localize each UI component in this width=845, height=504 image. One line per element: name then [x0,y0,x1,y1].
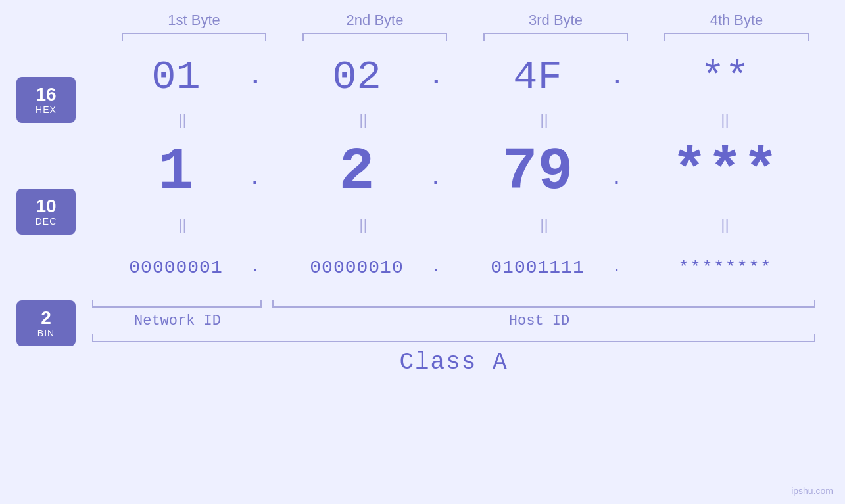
hex-data-row: 01 . 02 . 4F . ** [92,47,815,106]
equals-2-1: || [104,216,262,234]
bin-value-4: ******** [646,258,804,278]
equals-2-3: || [466,216,623,234]
network-id-bracket [92,300,262,308]
host-id-bracket [272,300,815,308]
dec-badge-num: 10 [36,196,56,217]
hex-badge-num: 16 [36,85,56,105]
dec-badge: 10 DEC [16,189,76,235]
hex-badge: 16 HEX [16,77,76,123]
hex-cell-4: ** [646,54,804,101]
bin-dot-1: . [249,260,262,276]
bin-value-1: 00000001 [104,258,249,278]
class-label: Class A [399,349,508,376]
id-brackets-row [92,300,815,308]
equals-2-2: || [285,216,443,234]
dec-badge-label: DEC [36,216,57,227]
bin-cell-4: ******** [646,258,804,278]
bin-data-row: 00000001 . 00000010 . 01001111 . *******… [92,238,815,297]
bracket-gap [262,300,272,308]
hex-dot-1: . [249,64,262,91]
bracket-2 [302,33,447,41]
dec-cell-1: 1 . [104,139,262,206]
dec-dot-3: . [610,169,623,189]
dec-data-row: 1 . 2 . 79 . *** [92,133,815,212]
dec-dot-1: . [249,169,262,189]
bin-badge-num: 2 [41,308,51,329]
bin-value-3: 01001111 [466,258,610,278]
network-id-section: Network ID [92,313,263,329]
equals-1-3: || [466,110,623,129]
dec-value-4: *** [646,139,804,206]
equals-row-1: || || || || [92,106,815,133]
bracket-3 [483,33,628,41]
bin-cell-1: 00000001 . [104,258,262,278]
labels-column: 16 HEX 10 DEC 2 BIN [0,47,92,376]
dec-cell-2: 2 . [285,139,443,206]
dec-dot-2: . [429,169,443,189]
byte-header-2: 2nd Byte [296,12,454,29]
network-id-label: Network ID [134,313,221,329]
dec-value-3: 79 [466,139,610,206]
dec-value-2: 2 [285,139,429,206]
data-rows-area: 01 . 02 . 4F . ** || || || [92,47,845,376]
hex-cell-1: 01 . [104,54,262,101]
byte-header-4: 4th Byte [658,12,815,29]
byte-header-1: 1st Byte [115,12,273,29]
bin-dot-3: . [610,260,623,276]
equals-2-4: || [646,216,804,234]
dec-cell-3: 79 . [466,139,623,206]
watermark: ipshu.com [791,486,833,496]
hex-value-3: 4F [466,54,610,101]
full-bottom-bracket [92,334,815,342]
hex-value-1: 01 [104,54,249,101]
equals-1-2: || [285,110,443,129]
dec-cell-4: *** [646,139,804,206]
bin-cell-2: 00000010 . [285,258,443,278]
hex-badge-label: HEX [36,104,57,115]
id-labels-row: Network ID Host ID [92,313,815,329]
top-bracket-row [104,33,827,41]
hex-dot-2: . [429,64,443,91]
hex-cell-2: 02 . [285,54,443,101]
hex-value-2: 02 [285,54,429,101]
bin-dot-2: . [429,260,443,276]
bracket-1 [122,33,266,41]
byte-headers-row: 1st Byte 2nd Byte 3rd Byte 4th Byte [104,12,827,29]
dec-value-1: 1 [104,139,249,206]
host-id-label: Host ID [509,313,569,329]
bin-badge: 2 BIN [16,300,76,346]
bin-badge-label: BIN [37,328,55,338]
equals-1-4: || [646,110,804,129]
bracket-4 [664,33,809,41]
hex-dot-3: . [610,64,623,91]
byte-header-3: 3rd Byte [477,12,635,29]
equals-1-1: || [104,110,262,129]
main-container: 1st Byte 2nd Byte 3rd Byte 4th Byte 16 H… [0,0,845,504]
main-content-grid: 16 HEX 10 DEC 2 BIN 01 . 02 [0,47,845,376]
bin-cell-3: 01001111 . [466,258,623,278]
hex-cell-3: 4F . [466,54,623,101]
class-label-container: Class A [92,349,815,376]
equals-row-2: || || || || [92,212,815,238]
hex-value-4: ** [646,54,804,101]
host-id-section: Host ID [263,313,815,329]
bin-value-2: 00000010 [285,258,429,278]
